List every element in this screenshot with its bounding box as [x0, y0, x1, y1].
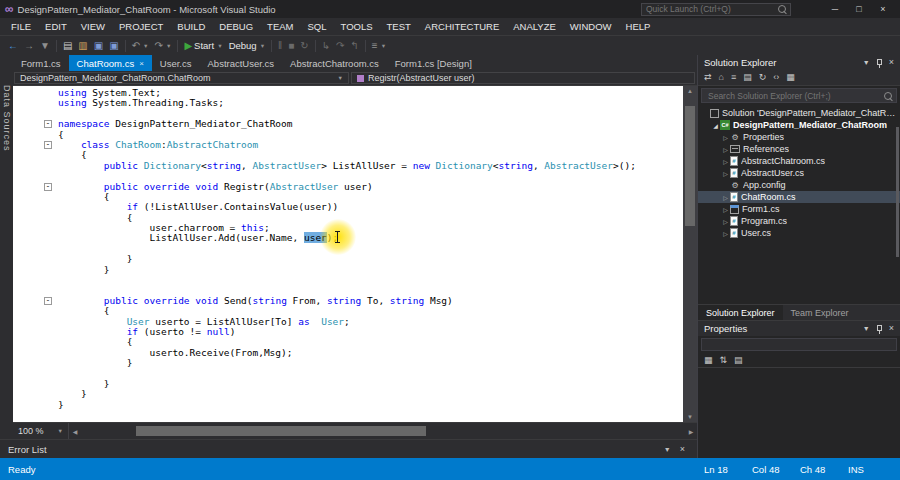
expand-arrow-icon[interactable]: ▷ — [721, 146, 730, 153]
refresh-icon[interactable]: ↻ — [759, 70, 767, 85]
tree-item-abstractuser-cs[interactable]: ▷AbstractUser.cs — [698, 167, 900, 179]
tree-item-program-cs[interactable]: ▷Program.cs — [698, 215, 900, 227]
expand-arrow-icon[interactable]: ▷ — [721, 206, 730, 213]
menu-build[interactable]: BUILD — [170, 18, 212, 35]
fold-collapse-icon[interactable]: - — [44, 141, 52, 149]
collapse-all-icon[interactable]: ≡ — [731, 70, 736, 85]
chevron-down-icon[interactable]: ▼ — [664, 446, 671, 453]
editor-horizontal-scrollbar[interactable] — [81, 423, 685, 439]
menu-view[interactable]: VIEW — [74, 18, 112, 35]
undo-button[interactable]: ↶▼ — [129, 38, 152, 54]
quick-launch-box[interactable] — [641, 3, 791, 16]
tree-item-abstractchatroom-cs[interactable]: ▷AbstractChatroom.cs — [698, 155, 900, 167]
tab-abstractchatroom-cs[interactable]: AbstractChatroom.cs — [282, 55, 387, 71]
minimize-button[interactable]: ─ — [823, 0, 847, 18]
pin-icon[interactable] — [877, 59, 882, 65]
menu-architecture[interactable]: ARCHITECTURE — [418, 18, 506, 35]
start-debug-button[interactable]: ▶Start▼ — [181, 38, 225, 54]
debug-target-dropdown[interactable]: Debug▼ — [226, 38, 268, 54]
panel-tab-solution-explorer[interactable]: Solution Explorer — [698, 305, 783, 320]
tree-item-properties[interactable]: ▷⚙Properties — [698, 131, 900, 143]
close-panel-icon[interactable]: × — [889, 324, 894, 333]
close-panel-icon[interactable]: × — [680, 445, 685, 454]
property-pages-icon[interactable]: ▤ — [734, 353, 743, 368]
fold-collapse-icon[interactable]: - — [44, 120, 52, 128]
menu-tools[interactable]: TOOLS — [334, 18, 380, 35]
tree-scrollbar-thumb[interactable] — [896, 127, 899, 257]
break-all-button[interactable]: ‖ — [275, 38, 285, 54]
tab-form1-cs[interactable]: Form1.cs — [13, 55, 69, 71]
solution-explorer-search-box[interactable] — [701, 88, 897, 103]
fold-collapse-icon[interactable]: - — [44, 297, 52, 305]
expand-arrow-icon[interactable]: ▷ — [721, 230, 730, 237]
expand-arrow-icon[interactable]: ▷ — [721, 194, 730, 201]
properties-page-icon[interactable]: ▦ — [786, 70, 795, 85]
scroll-left-icon[interactable]: ◀ — [69, 423, 81, 439]
editor-vertical-scrollbar[interactable]: ▲ ▼ — [683, 86, 697, 422]
tab-form1-cs-design[interactable]: Form1.cs [Design] — [387, 55, 480, 71]
collapse-arrow-icon[interactable]: ◢ — [711, 122, 720, 129]
close-panel-icon[interactable]: × — [889, 58, 894, 67]
quick-launch-input[interactable] — [646, 4, 778, 14]
pin-icon[interactable] — [877, 325, 882, 331]
expand-arrow-icon[interactable]: ▷ — [721, 170, 730, 177]
solution-explorer-search-input[interactable] — [706, 90, 884, 102]
chevron-down-icon[interactable]: ▼ — [863, 325, 870, 332]
expand-arrow-icon[interactable]: ▷ — [721, 134, 730, 141]
fold-collapse-icon[interactable]: - — [44, 183, 52, 191]
menu-project[interactable]: PROJECT — [112, 18, 170, 35]
open-file-button[interactable]: ▥ — [75, 38, 90, 54]
scroll-up-icon[interactable]: ▲ — [687, 86, 693, 96]
view-code-icon[interactable]: ‹› — [773, 70, 779, 85]
expand-arrow-icon[interactable]: ▷ — [721, 218, 730, 225]
tree-item-designpattern-mediator-chatroom[interactable]: ◢DesignPattern_Mediator_ChatRoom — [698, 119, 900, 131]
tree-item-chatroom-cs[interactable]: ▷ChatRoom.cs — [698, 191, 900, 203]
menu-help[interactable]: HELP — [619, 18, 658, 35]
save-all-button[interactable]: ▣ — [106, 38, 121, 54]
zoom-control[interactable]: 100 % ▼ — [13, 423, 69, 439]
alphabetical-icon[interactable]: ⇅ — [720, 353, 728, 368]
code-editor[interactable]: using System.Text;using System.Threading… — [13, 86, 697, 422]
tree-item-references[interactable]: ▷References — [698, 143, 900, 155]
step-out-button[interactable]: ↰ — [347, 38, 361, 54]
tree-item-form1-cs[interactable]: ▷Form1.cs — [698, 203, 900, 215]
redo-button[interactable]: ↷▼ — [152, 38, 175, 54]
properties-object-dropdown[interactable] — [701, 338, 897, 351]
error-list-panel[interactable]: Error List ▼ × — [0, 439, 697, 458]
new-file-button[interactable]: ▤ — [60, 38, 75, 54]
tab-user-cs[interactable]: User.cs — [152, 55, 200, 71]
navigate-backward-button[interactable]: ← — [5, 38, 21, 54]
tree-item-user-cs[interactable]: ▷User.cs — [698, 227, 900, 239]
tree-item-solution-designpattern-mediator-chatroom-1-pro[interactable]: Solution 'DesignPattern_Mediator_ChatRoo… — [698, 107, 900, 119]
navigation-history-dropdown[interactable]: ▼ — [37, 38, 53, 54]
menu-analyze[interactable]: ANALYZE — [506, 18, 563, 35]
save-button[interactable]: ▣ — [91, 38, 106, 54]
scroll-down-icon[interactable]: ▼ — [687, 412, 693, 422]
close-tab-icon[interactable]: × — [139, 59, 144, 68]
tab-chatroom-cs[interactable]: ChatRoom.cs× — [69, 55, 152, 71]
step-over-button[interactable]: ↷ — [333, 38, 347, 54]
categorized-icon[interactable]: ▦ — [704, 353, 713, 368]
maximize-button[interactable]: □ — [847, 0, 871, 18]
tab-abstractuser-cs[interactable]: AbstractUser.cs — [200, 55, 283, 71]
side-tab-data-sources[interactable]: Data Sources — [2, 85, 12, 152]
menu-test[interactable]: TEST — [380, 18, 418, 35]
expand-arrow-icon[interactable]: ▷ — [721, 158, 730, 165]
scrollbar-thumb[interactable] — [685, 106, 695, 226]
menu-debug[interactable]: DEBUG — [212, 18, 260, 35]
menu-team[interactable]: TEAM — [260, 18, 300, 35]
step-into-button[interactable]: ↳ — [319, 38, 333, 54]
panel-tab-team-explorer[interactable]: Team Explorer — [783, 305, 857, 320]
home-icon[interactable]: ⌂ — [719, 70, 724, 85]
scrollbar-track[interactable] — [683, 96, 697, 412]
navigate-forward-button[interactable]: → — [21, 38, 37, 54]
show-all-files-icon[interactable]: ▤ — [743, 70, 752, 85]
h-scrollbar-thumb[interactable] — [136, 426, 426, 436]
menu-sql[interactable]: SQL — [301, 18, 334, 35]
restart-button[interactable]: ↻ — [297, 38, 311, 54]
member-dropdown[interactable]: Registr(AbstractUser user) — [351, 72, 695, 84]
text-options-dropdown[interactable]: ≡▼ — [369, 38, 389, 54]
sync-with-active-document-icon[interactable]: ⇄ — [704, 70, 712, 85]
tree-item-app-config[interactable]: ⚙App.config — [698, 179, 900, 191]
chevron-down-icon[interactable]: ▼ — [863, 59, 870, 66]
